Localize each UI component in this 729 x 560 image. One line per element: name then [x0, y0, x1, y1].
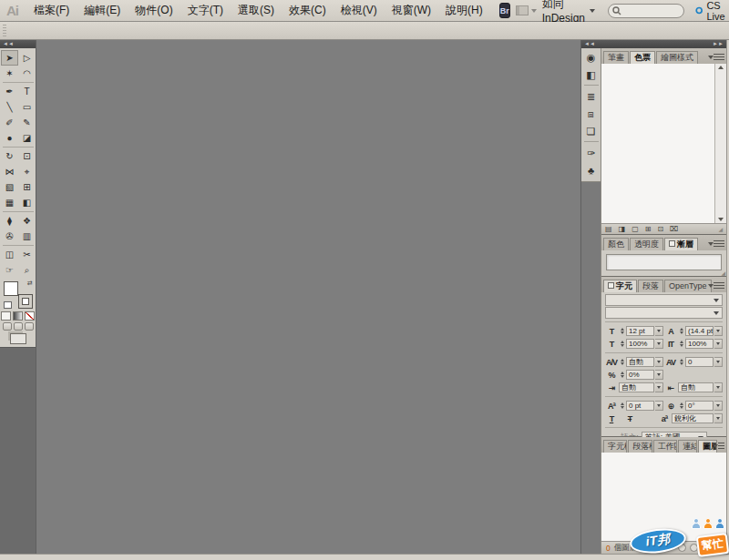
type-tool-icon[interactable]: T	[18, 84, 36, 99]
collapse-panels-icon[interactable]: ►►	[713, 40, 724, 48]
swap-fill-stroke-icon[interactable]: ⇄	[27, 280, 33, 287]
tab-swatches[interactable]: 色票	[630, 51, 655, 64]
menu-type[interactable]: 文字(T)	[180, 0, 231, 21]
panel-menu-icon[interactable]	[714, 54, 724, 61]
color-guide-panel-icon[interactable]: ◉	[583, 50, 600, 65]
swatches-scrollbar[interactable]	[714, 64, 726, 223]
tab-links[interactable]: 連結	[678, 440, 697, 453]
new-layer-button[interactable]	[702, 544, 710, 552]
tab-artboards[interactable]: 工作區	[653, 440, 677, 453]
panel-grip[interactable]	[3, 25, 6, 36]
zoom-tool-icon[interactable]: ⌕	[18, 262, 36, 278]
baseline-shift-field[interactable]: 0 pt	[626, 401, 654, 411]
bridge-icon[interactable]: Br	[499, 3, 510, 18]
vertical-scale-dropdown[interactable]	[714, 339, 723, 349]
screen-mode-button[interactable]	[10, 333, 26, 344]
blob-brush-tool-icon[interactable]: ●	[1, 130, 18, 146]
color-button[interactable]	[1, 311, 11, 321]
eraser-tool-icon[interactable]: ◪	[18, 130, 36, 146]
symbols-panel-icon[interactable]: ♣	[583, 163, 600, 178]
tracking-stepper[interactable]	[678, 359, 684, 365]
strikethrough-button[interactable]: T	[623, 414, 636, 423]
baseline-shift-stepper[interactable]	[619, 402, 625, 409]
tracking-dropdown[interactable]	[714, 357, 723, 367]
stroke-panel-icon[interactable]: ≣	[583, 89, 600, 104]
underline-button[interactable]: T	[605, 414, 618, 423]
tracking-field[interactable]: 0	[685, 357, 714, 367]
menu-edit[interactable]: 編輯(E)	[77, 0, 128, 21]
slice-tool-icon[interactable]: ✂	[18, 247, 36, 262]
draw-normal-button[interactable]	[3, 322, 12, 331]
resize-grip-icon[interactable]: ◢	[721, 270, 725, 276]
kerning-dropdown[interactable]	[655, 357, 663, 367]
scroll-down-icon[interactable]	[718, 218, 724, 221]
font-size-field[interactable]: 12 pt	[626, 326, 654, 336]
eyedropper-tool-icon[interactable]: ⧫	[1, 213, 18, 229]
draw-inside-button[interactable]	[25, 322, 34, 331]
insert-space-left-dropdown[interactable]	[655, 382, 663, 392]
draw-behind-button[interactable]	[14, 322, 23, 331]
artboard-tool-icon[interactable]: ◫	[1, 247, 18, 262]
shape-builder-tool-icon[interactable]: ▧	[1, 179, 18, 195]
horizontal-scale-dropdown[interactable]	[655, 339, 663, 349]
font-family-select[interactable]	[605, 294, 723, 306]
font-size-stepper[interactable]	[619, 328, 625, 334]
insert-space-left-field[interactable]: 自動	[619, 382, 654, 392]
pen-tool-icon[interactable]: ✒	[1, 84, 18, 99]
stroke-swatch[interactable]	[18, 294, 33, 309]
gradient-preview[interactable]	[606, 254, 722, 270]
cs-live-button[interactable]: CS Live	[692, 0, 729, 24]
column-graph-tool-icon[interactable]: ▥	[18, 229, 36, 244]
panel-menu-icon[interactable]	[714, 282, 724, 290]
gradient-button[interactable]	[13, 311, 23, 321]
anti-alias-field[interactable]: 銳利化	[672, 413, 714, 423]
search-box[interactable]	[608, 4, 684, 18]
swatch-libraries-button[interactable]: ▤	[605, 225, 612, 233]
gradient-tool-icon[interactable]: ◧	[18, 195, 36, 210]
horizontal-scale-stepper[interactable]	[619, 341, 625, 347]
new-color-group-button[interactable]: ⊞	[645, 225, 652, 233]
tab-opentype[interactable]: OpenType	[664, 280, 712, 292]
delete-swatch-button[interactable]: ⌧	[670, 225, 678, 233]
proportional-spacing-field[interactable]: 0%	[626, 370, 654, 380]
magic-wand-tool-icon[interactable]: ✶	[1, 66, 18, 81]
resize-grip-icon[interactable]: ◢	[718, 226, 723, 232]
vertical-scale-stepper[interactable]	[678, 341, 684, 347]
tab-character[interactable]: 字元	[603, 280, 637, 292]
panel-menu-icon[interactable]	[714, 240, 724, 248]
tab-color[interactable]: 顏色	[603, 238, 629, 250]
menu-select[interactable]: 選取(S)	[231, 0, 282, 21]
scale-tool-icon[interactable]: ⊡	[18, 148, 36, 164]
leading-field[interactable]: (14.4 pt)	[685, 326, 714, 336]
gradient-panel-icon[interactable]: ◧	[583, 67, 600, 82]
panel-menu-icon[interactable]	[718, 443, 724, 450]
font-style-select[interactable]	[605, 307, 723, 319]
swatches-list[interactable]	[601, 64, 714, 223]
proportional-spacing-dropdown[interactable]	[655, 370, 663, 380]
scroll-up-icon[interactable]	[718, 66, 724, 69]
rectangle-tool-icon[interactable]: ▭	[18, 99, 36, 115]
kerning-field[interactable]: 自動	[626, 357, 654, 367]
tab-paragraph-styles[interactable]: 段落樣	[628, 440, 652, 453]
tab-character-styles[interactable]: 字元樣	[603, 440, 627, 453]
leading-dropdown[interactable]	[714, 326, 723, 336]
pencil-tool-icon[interactable]: ✎	[18, 115, 36, 130]
symbol-sprayer-tool-icon[interactable]: ✇	[1, 229, 18, 244]
mesh-tool-icon[interactable]: ▦	[1, 195, 18, 210]
swatch-options-button[interactable]: ▢	[631, 225, 639, 233]
menu-object[interactable]: 物件(O)	[128, 0, 180, 21]
insert-space-right-dropdown[interactable]	[714, 382, 723, 392]
fill-swatch[interactable]	[4, 281, 18, 296]
tab-gradient[interactable]: 漸層	[664, 238, 698, 250]
menu-help[interactable]: 說明(H)	[438, 0, 490, 21]
anti-alias-dropdown[interactable]	[714, 413, 723, 423]
character-rotation-dropdown[interactable]	[714, 401, 723, 411]
tab-transparency[interactable]: 透明度	[630, 238, 663, 250]
hand-tool-icon[interactable]: ☞	[1, 262, 18, 278]
delete-layer-button[interactable]	[714, 544, 722, 552]
selection-tool-icon[interactable]: ➤	[1, 50, 18, 66]
menu-window[interactable]: 視窗(W)	[385, 0, 438, 21]
layers-list[interactable]	[601, 453, 726, 541]
font-size-dropdown[interactable]	[655, 326, 663, 336]
pathfinder-panel-icon[interactable]: ❏	[583, 124, 600, 138]
